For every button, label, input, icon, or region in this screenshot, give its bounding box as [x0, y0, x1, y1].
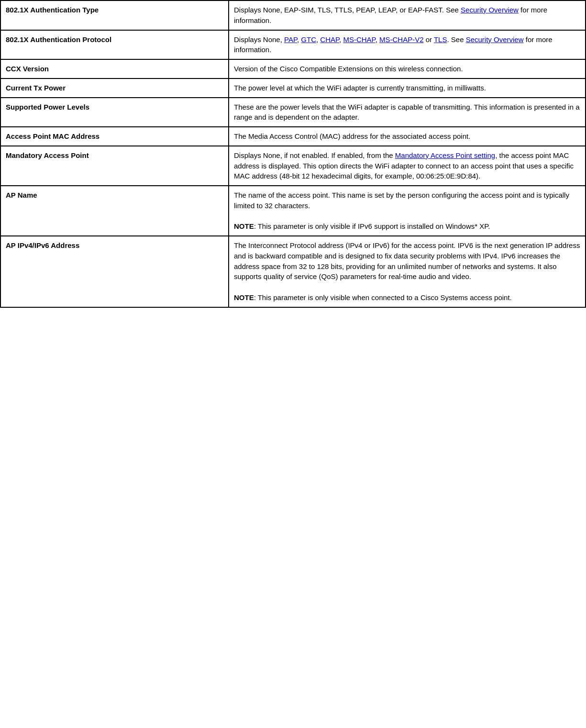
link-auth-protocol[interactable]: TLS — [434, 35, 447, 44]
label-cell-ccx-version: CCX Version — [0, 59, 229, 78]
link-auth-protocol[interactable]: GTC — [301, 35, 316, 44]
desc-cell-current-tx-power: The power level at which the WiFi adapte… — [229, 78, 586, 98]
desc-cell-ap-ipv4-ipv6: The Interconnect Protocol address (IPv4 … — [229, 236, 586, 307]
label-cell-mandatory-access-point: Mandatory Access Point — [0, 146, 229, 186]
table-row-access-point-mac: Access Point MAC AddressThe Media Access… — [0, 127, 586, 146]
desc-cell-access-point-mac: The Media Access Control (MAC) address f… — [229, 127, 586, 146]
table-row-ap-name: AP NameThe name of the access point. Thi… — [0, 186, 586, 236]
table-row-supported-power-levels: Supported Power LevelsThese are the powe… — [0, 98, 586, 127]
desc-cell-auth-type: Displays None, EAP-SIM, TLS, TTLS, PEAP,… — [229, 0, 586, 30]
desc-cell-auth-protocol: Displays None, PAP, GTC, CHAP, MS-CHAP, … — [229, 30, 586, 60]
desc-cell-mandatory-access-point: Displays None, if not enabled. If enable… — [229, 146, 586, 186]
label-cell-auth-protocol: 802.1X Authentication Protocol — [0, 30, 229, 60]
desc-cell-ap-name: The name of the access point. This name … — [229, 186, 586, 236]
info-table: 802.1X Authentication TypeDisplays None,… — [0, 0, 586, 308]
link-auth-protocol[interactable]: CHAP — [320, 35, 339, 44]
label-cell-auth-type: 802.1X Authentication Type — [0, 0, 229, 30]
link-mandatory-access-point[interactable]: Mandatory Access Point setting — [395, 151, 495, 159]
label-cell-ap-name: AP Name — [0, 186, 229, 236]
label-cell-current-tx-power: Current Tx Power — [0, 78, 229, 98]
desc-cell-ccx-version: Version of the Cisco Compatible Extensio… — [229, 59, 586, 78]
link-auth-protocol[interactable]: Security Overview — [466, 35, 524, 44]
table-row-mandatory-access-point: Mandatory Access PointDisplays None, if … — [0, 146, 586, 186]
label-cell-access-point-mac: Access Point MAC Address — [0, 127, 229, 146]
link-auth-type[interactable]: Security Overview — [461, 6, 519, 14]
table-row-auth-type: 802.1X Authentication TypeDisplays None,… — [0, 0, 586, 30]
link-auth-protocol[interactable]: PAP — [284, 35, 297, 44]
table-row-auth-protocol: 802.1X Authentication ProtocolDisplays N… — [0, 30, 586, 60]
label-cell-supported-power-levels: Supported Power Levels — [0, 98, 229, 127]
table-row-ap-ipv4-ipv6: AP IPv4/IPv6 AddressThe Interconnect Pro… — [0, 236, 586, 307]
table-row-current-tx-power: Current Tx PowerThe power level at which… — [0, 78, 586, 98]
link-auth-protocol[interactable]: MS-CHAP-V2 — [379, 35, 424, 44]
desc-cell-supported-power-levels: These are the power levels that the WiFi… — [229, 98, 586, 127]
label-cell-ap-ipv4-ipv6: AP IPv4/IPv6 Address — [0, 236, 229, 307]
table-row-ccx-version: CCX VersionVersion of the Cisco Compatib… — [0, 59, 586, 78]
link-auth-protocol[interactable]: MS-CHAP — [343, 35, 375, 44]
